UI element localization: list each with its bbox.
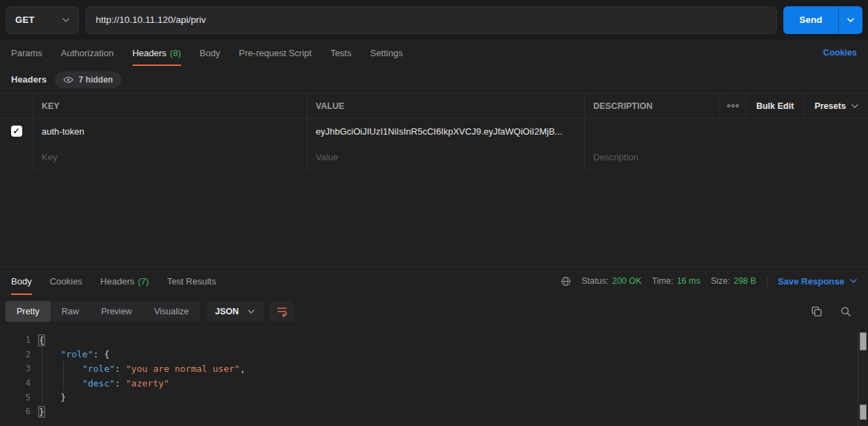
response-tab-cookies[interactable]: Cookies — [50, 267, 83, 295]
presets-dropdown[interactable]: Presets — [805, 94, 868, 118]
viewer-actions — [811, 306, 862, 317]
view-mode-pretty[interactable]: Pretty — [6, 301, 51, 322]
search-response-button[interactable] — [840, 306, 851, 317]
code-line: 5 } — [0, 390, 858, 404]
new-key-input[interactable] — [42, 152, 298, 162]
send-options-button[interactable] — [838, 6, 862, 34]
line-number: 6 — [0, 407, 31, 416]
line-number: 3 — [0, 364, 31, 373]
new-value-input[interactable] — [316, 152, 576, 162]
view-mode-raw[interactable]: Raw — [51, 301, 90, 322]
copy-response-button[interactable] — [811, 306, 822, 317]
code-text[interactable]: "role": "you are normal user", — [39, 364, 245, 374]
response-format-dropdown[interactable]: JSON — [206, 301, 264, 322]
line-number: 1 — [0, 335, 31, 345]
tab-tests[interactable]: Tests — [330, 40, 351, 66]
code-line: 4 "desc": "azerty" — [0, 376, 858, 391]
header-key-text: auth-token — [42, 126, 84, 137]
send-label: Send — [799, 15, 822, 25]
tab-authorization[interactable]: Authorization — [61, 40, 114, 66]
new-description-input[interactable] — [593, 152, 860, 162]
code-line: 1{ — [0, 333, 858, 348]
code-text[interactable]: { — [39, 335, 44, 346]
header-row-auth-token: auth-token eyJhbGciOiJIUzI1NiIsInR5cCI6I… — [0, 119, 868, 144]
headers-count-badge: (8) — [170, 48, 181, 58]
header-row-new — [0, 144, 868, 170]
status-value: 200 OK — [612, 276, 641, 286]
url-input[interactable] — [96, 15, 767, 25]
column-header-value: VALUE — [307, 94, 585, 118]
response-section-header: Body Cookies Headers (7) Test Results St… — [0, 266, 868, 295]
send-button[interactable]: Send — [783, 6, 838, 34]
size-indicator[interactable]: Size: 298 B — [710, 276, 756, 286]
code-text[interactable]: } — [39, 392, 66, 402]
response-headers-count-badge: (7) — [138, 276, 149, 287]
view-mode-visualize[interactable]: Visualize — [143, 301, 200, 322]
tab-params[interactable]: Params — [11, 40, 42, 66]
tab-label: Body — [11, 276, 32, 287]
chevron-down-icon — [851, 104, 858, 108]
code-lines: 1{2 "role": {3 "role": "you are normal u… — [0, 330, 858, 419]
code-line: 2 "role": { — [0, 348, 858, 362]
time-indicator[interactable]: Time: 16 ms — [652, 276, 701, 286]
method-label: GET — [15, 15, 35, 25]
indent-guide — [63, 361, 64, 390]
response-format-label: JSON — [215, 307, 239, 316]
tab-label: Settings — [370, 48, 402, 58]
scrollbar-thumb[interactable] — [860, 332, 867, 350]
response-tab-test-results[interactable]: Test Results — [167, 267, 216, 295]
send-button-group: Send — [783, 6, 862, 34]
header-value-text: eyJhbGciOiJIUzI1NiIsInR5cCI6IkpXVCJ9.eyJ… — [316, 126, 562, 137]
tab-label: Authorization — [61, 48, 114, 58]
globe-icon — [561, 276, 571, 287]
code-line: 6} — [0, 404, 858, 419]
method-select[interactable]: GET — [6, 6, 79, 34]
line-number: 4 — [0, 378, 31, 388]
new-key-cell — [33, 144, 307, 169]
view-mode-preview[interactable]: Preview — [90, 301, 143, 322]
status-indicator[interactable]: Status: 200 OK — [581, 276, 641, 286]
request-bar: GET Send — [0, 0, 868, 40]
time-label: Time: — [652, 276, 674, 286]
hidden-headers-toggle[interactable]: 7 hidden — [55, 71, 121, 88]
bulk-edit-button[interactable]: Bulk Edit — [746, 94, 805, 118]
tab-headers[interactable]: Headers (8) — [133, 40, 181, 66]
save-response-button[interactable]: Save Response — [778, 276, 857, 287]
view-mode-switcher: Pretty Raw Preview Visualize — [6, 301, 200, 322]
tab-label: Pre-request Script — [239, 48, 312, 58]
response-scrollbar[interactable] — [858, 330, 868, 426]
divider — [767, 275, 767, 287]
chevron-down-icon — [248, 309, 255, 314]
code-line: 3 "role": "you are normal user", — [0, 361, 858, 376]
column-header-description: DESCRIPTION — [585, 94, 720, 118]
tab-label: Test Results — [167, 276, 216, 287]
response-tab-body[interactable]: Body — [11, 267, 32, 295]
response-body-viewer[interactable]: 1{2 "role": {3 "role": "you are normal u… — [0, 330, 858, 426]
tab-label: Headers — [133, 48, 167, 58]
scrollbar-thumb[interactable] — [860, 404, 867, 420]
headers-section-title: Headers — [11, 74, 46, 85]
more-options-button[interactable] — [720, 94, 746, 118]
header-description-cell[interactable] — [585, 119, 868, 144]
response-tab-headers[interactable]: Headers (7) — [101, 267, 149, 295]
response-meta: Status: 200 OK Time: 16 ms Size: 298 B S… — [561, 267, 857, 295]
line-number: 5 — [0, 393, 31, 402]
select-all-column — [0, 94, 33, 118]
chevron-down-icon — [847, 18, 854, 22]
header-value-cell[interactable]: eyJhbGciOiJIUzI1NiIsInR5cCI6IkpXVCJ9.eyJ… — [307, 119, 585, 144]
column-header-key: KEY — [33, 94, 307, 118]
tab-pre-request-script[interactable]: Pre-request Script — [239, 40, 312, 66]
code-text[interactable]: "desc": "azerty" — [39, 378, 169, 389]
wrap-text-button[interactable] — [270, 301, 294, 322]
header-row-checkbox[interactable] — [11, 126, 22, 137]
tab-label: Tests — [330, 48, 351, 58]
header-key-cell[interactable]: auth-token — [33, 119, 307, 144]
eye-icon — [63, 76, 74, 83]
cookies-link[interactable]: Cookies — [823, 48, 857, 58]
tab-settings[interactable]: Settings — [370, 40, 402, 66]
code-text[interactable]: } — [39, 407, 44, 417]
tab-body[interactable]: Body — [200, 40, 221, 66]
code-text[interactable]: "role": { — [39, 349, 110, 359]
indent-guide — [42, 348, 42, 404]
copy-icon — [811, 306, 822, 317]
